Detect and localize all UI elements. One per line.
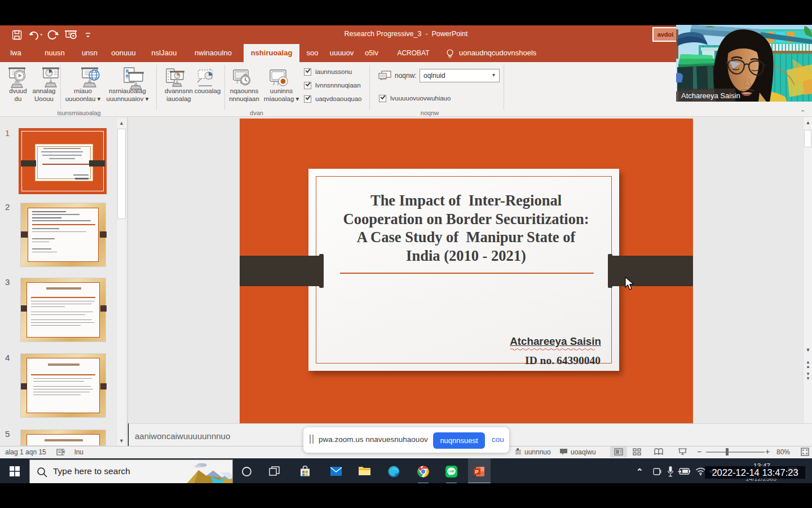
svg-text:LINE: LINE (448, 470, 455, 473)
svg-text:P: P (475, 469, 479, 475)
svg-text:Atchareeya Saisin: Atchareeya Saisin (681, 91, 740, 100)
